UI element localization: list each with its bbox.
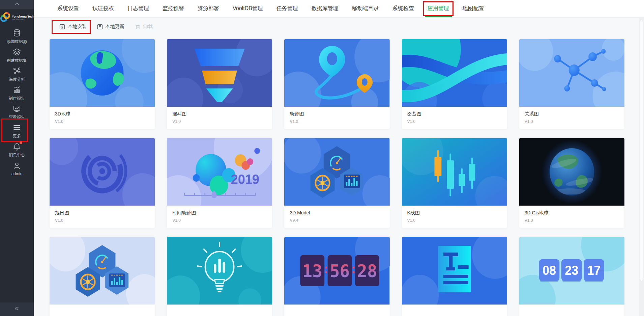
- toolbar-button-本地安装[interactable]: 本地安装: [59, 24, 87, 30]
- tab-移动端目录[interactable]: 移动端目录: [352, 0, 379, 17]
- top-nav-tabs: 系统设置 认证授权 日志管理 监控预警 资源部署 VooltDB管理 任务管理 …: [34, 0, 644, 18]
- sidebar-item-label: 更多: [13, 133, 21, 139]
- sidebar-item-消息中心[interactable]: 消息中心: [0, 140, 34, 159]
- scrollbar-thumb[interactable]: [640, 20, 643, 281]
- sidebar-collapse-left-button[interactable]: [0, 302, 34, 316]
- tab-label: 系统检查: [392, 5, 414, 12]
- tab-应用管理[interactable]: 应用管理: [428, 0, 449, 17]
- install-icon: [59, 24, 65, 30]
- tab-label: 移动端目录: [352, 5, 379, 12]
- toolbar-button-本地更新[interactable]: 本地更新: [97, 24, 124, 30]
- main-area: 系统设置 认证授权 日志管理 监控预警 资源部署 VooltDB管理 任务管理 …: [34, 0, 644, 316]
- page: Yonghong Tech Talk with Data 添加数据源 创建数据集…: [0, 0, 644, 316]
- sidebar-item-admin[interactable]: admin: [0, 159, 34, 178]
- sidebar-item-查看报告[interactable]: 查看报告: [0, 103, 34, 122]
- toolbar-button-卸载[interactable]: 卸载: [135, 24, 153, 30]
- sidebar-item-添加数据源[interactable]: 添加数据源: [0, 27, 34, 46]
- app-card-旭日图[interactable]: 旭日图 V1.0: [50, 138, 155, 228]
- yonghong-logo-icon: [0, 11, 11, 24]
- sidebar-item-创建数据集[interactable]: 创建数据集: [0, 46, 34, 65]
- tab-label: 数据库管理: [312, 5, 339, 12]
- toolbar-button-label: 本地更新: [106, 24, 124, 30]
- tab-地图配置[interactable]: 地图配置: [463, 0, 484, 17]
- sidebar-item-label: 深度分析: [9, 77, 25, 82]
- globe3d-thumbnail: [50, 39, 155, 107]
- app-card[interactable]: 08 23 17: [519, 237, 624, 316]
- update-icon: [97, 24, 103, 30]
- app-card-桑基图[interactable]: 桑基图 V1.0: [402, 39, 507, 129]
- tab-日志管理[interactable]: 日志管理: [127, 0, 149, 17]
- app-card-version: V1.0: [172, 120, 267, 124]
- app-card-title: 漏斗图: [172, 111, 267, 116]
- app-card[interactable]: [167, 237, 272, 316]
- toolbar: 本地安装 本地更新 卸载: [34, 18, 644, 36]
- app-card-K线图[interactable]: K线图 V1.0: [402, 138, 507, 228]
- flipclock-thumbnail: 08 23 17: [519, 237, 624, 305]
- kline-thumbnail: [402, 138, 507, 206]
- tab-label: 监控预警: [163, 5, 184, 12]
- app-card-3D Gis地球[interactable]: 3D Gis地球 V1.0: [519, 138, 624, 228]
- sankey-thumbnail: [402, 39, 507, 107]
- tab-label: 认证授权: [92, 5, 114, 12]
- tab-资源部署[interactable]: 资源部署: [198, 0, 219, 17]
- content-scrollbar[interactable]: [639, 18, 644, 316]
- user-icon: [12, 161, 21, 170]
- app-card-3D地球[interactable]: 3D地球 V1.0: [50, 39, 155, 129]
- app-card-title: 桑基图: [407, 111, 502, 116]
- sidebar-item-label: 创建数据集: [7, 58, 27, 63]
- hexmodel-thumbnail: [284, 138, 389, 206]
- app-card-version: V1.0: [55, 120, 149, 124]
- app-card-title: K线图: [407, 210, 502, 215]
- svg-text:2019: 2019: [231, 172, 259, 187]
- sidebar-item-label: admin: [11, 172, 23, 176]
- tab-系统设置[interactable]: 系统设置: [57, 0, 79, 17]
- app-card-title: 3D Gis地球: [525, 210, 619, 215]
- svg-text:56: 56: [330, 261, 350, 282]
- sidebar-item-深度分析[interactable]: 深度分析: [0, 65, 34, 84]
- svg-text:28: 28: [357, 261, 377, 282]
- app-card[interactable]: [402, 237, 507, 316]
- tab-系统检查[interactable]: 系统检查: [392, 0, 414, 17]
- app-card-3D Model[interactable]: 3D Model V9.4: [284, 138, 389, 228]
- funnel-thumbnail: [167, 39, 272, 107]
- chevron-up-icon: [13, 1, 20, 7]
- tab-任务管理[interactable]: 任务管理: [276, 0, 298, 17]
- sidebar: Yonghong Tech Talk with Data 添加数据源 创建数据集…: [0, 0, 34, 316]
- app-card-title: [407, 309, 502, 314]
- sidebar-collapse-up-button[interactable]: [0, 0, 34, 9]
- tab-认证授权[interactable]: 认证授权: [92, 0, 114, 17]
- app-card-title: 3D地球: [55, 111, 149, 116]
- tab-label: 应用管理: [428, 5, 449, 12]
- sidebar-item-更多[interactable]: 更多: [0, 122, 34, 140]
- svg-text:13: 13: [302, 261, 322, 282]
- app-card-关系图[interactable]: 关系图 V1.0: [519, 39, 624, 129]
- svg-text:08: 08: [543, 263, 556, 278]
- app-card-title: 3D Model: [290, 210, 384, 215]
- app-card-时间轨迹图[interactable]: 2019 时间轨迹图 V1.0: [167, 138, 272, 228]
- layers-icon: [12, 48, 21, 56]
- app-card-version: V1.0: [407, 120, 502, 124]
- notification-dot: [20, 141, 22, 144]
- app-card-轨迹图[interactable]: 轨迹图 V1.0: [284, 39, 389, 129]
- app-card-漏斗图[interactable]: 漏斗图 V1.0: [167, 39, 272, 129]
- bell-icon: [12, 142, 21, 151]
- toolbar-button-label: 卸载: [143, 24, 153, 30]
- app-card-version: V1.0: [290, 120, 384, 124]
- sidebar-item-label: 查看报告: [9, 114, 25, 120]
- app-card[interactable]: 13 56 28: [284, 237, 389, 316]
- app-card[interactable]: [50, 237, 155, 316]
- app-card-grid: 3D地球 V1.0 漏斗图 V1.0 轨迹图 V1.0: [34, 36, 644, 316]
- tab-数据库管理[interactable]: 数据库管理: [312, 0, 339, 17]
- tab-label: 资源部署: [198, 5, 219, 12]
- database-icon: [12, 29, 21, 37]
- tab-监控预警[interactable]: 监控预警: [163, 0, 184, 17]
- app-card-title: 关系图: [525, 111, 619, 116]
- digitclock-thumbnail: 13 56 28: [284, 237, 389, 305]
- sidebar-item-label: 消息中心: [9, 152, 25, 158]
- app-card-version: V1.0: [407, 218, 502, 223]
- sidebar-item-制作报告[interactable]: 制作报告: [0, 84, 34, 103]
- tab-VooltDB管理[interactable]: VooltDB管理: [233, 0, 263, 17]
- app-card-title: 轨迹图: [290, 111, 384, 116]
- brand-logo: Yonghong Tech Talk with Data: [0, 9, 34, 27]
- tab-label: 地图配置: [463, 5, 484, 12]
